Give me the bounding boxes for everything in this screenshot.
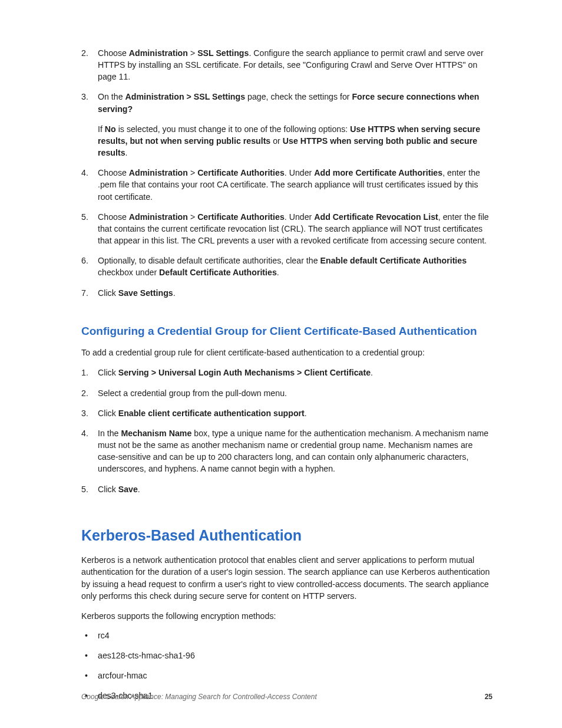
step-text: On the Administration > SSL Settings pag… [98,92,479,113]
step-number: 1. [81,367,88,378]
cred-step-2: 2. Select a credential group from the pu… [81,387,492,399]
cred-step-1: 1. Click Serving > Universal Login Auth … [81,367,492,378]
step-number: 2. [81,387,88,399]
step-7: 7. Click Save Settings. [81,287,492,299]
encryption-methods-list: rc4 aes128-cts-hmac-sha1-96 arcfour-hmac… [81,630,492,702]
document-page: 2. Choose Administration > SSL Settings.… [0,0,562,728]
credential-steps: 1. Click Serving > Universal Login Auth … [81,367,492,495]
step-number: 5. [81,483,88,495]
step-text: Optionally, to disable default certifica… [98,256,467,277]
list-item: aes128-cts-hmac-sha1-96 [81,650,492,662]
step-subtext: If No is selected, you must change it to… [98,123,492,159]
credential-intro: To add a credential group rule for clien… [81,347,492,358]
heading-credential-group: Configuring a Credential Group for Clien… [81,324,492,339]
kerberos-intro: Kerberos is a network authentication pro… [81,554,492,602]
step-text: Click Serving > Universal Login Auth Mec… [98,368,373,377]
step-number: 5. [81,211,88,223]
step-text: Click Save Settings. [98,288,176,298]
step-number: 4. [81,167,88,179]
step-number: 4. [81,427,88,439]
step-number: 3. [81,407,88,419]
step-4: 4. Choose Administration > Certificate A… [81,167,492,202]
ssl-config-steps: 2. Choose Administration > SSL Settings.… [81,47,492,299]
step-2: 2. Choose Administration > SSL Settings.… [81,47,492,83]
step-text: Click Enable client certificate authenti… [98,409,307,418]
step-number: 6. [81,255,88,266]
step-text: In the Mechanism Name box, type a unique… [98,429,488,473]
step-number: 2. [81,47,88,59]
step-number: 7. [81,287,88,299]
cred-step-5: 5. Click Save. [81,483,492,495]
step-6: 6. Optionally, to disable default certif… [81,255,492,278]
step-3: 3. On the Administration > SSL Settings … [81,91,492,159]
step-number: 3. [81,91,88,103]
step-text: Choose Administration > Certificate Auth… [98,168,480,201]
footer-title: Google Search Appliance: Managing Search… [81,693,317,701]
step-text: Choose Administration > SSL Settings. Co… [98,48,484,81]
list-item: rc4 [81,630,492,642]
page-footer: Google Search Appliance: Managing Search… [81,693,492,701]
kerberos-encryption-intro: Kerberos supports the following encrypti… [81,610,492,622]
step-text: Click Save. [98,485,140,494]
step-5: 5. Choose Administration > Certificate A… [81,211,492,246]
cred-step-4: 4. In the Mechanism Name box, type a uni… [81,427,492,475]
step-text: Select a credential group from the pull-… [98,388,287,398]
list-item: arcfour-hmac [81,670,492,682]
step-text: Choose Administration > Certificate Auth… [98,212,489,245]
cred-step-3: 3. Click Enable client certificate authe… [81,407,492,419]
heading-kerberos: Kerberos-Based Authentication [81,526,492,545]
page-number: 25 [485,693,492,701]
